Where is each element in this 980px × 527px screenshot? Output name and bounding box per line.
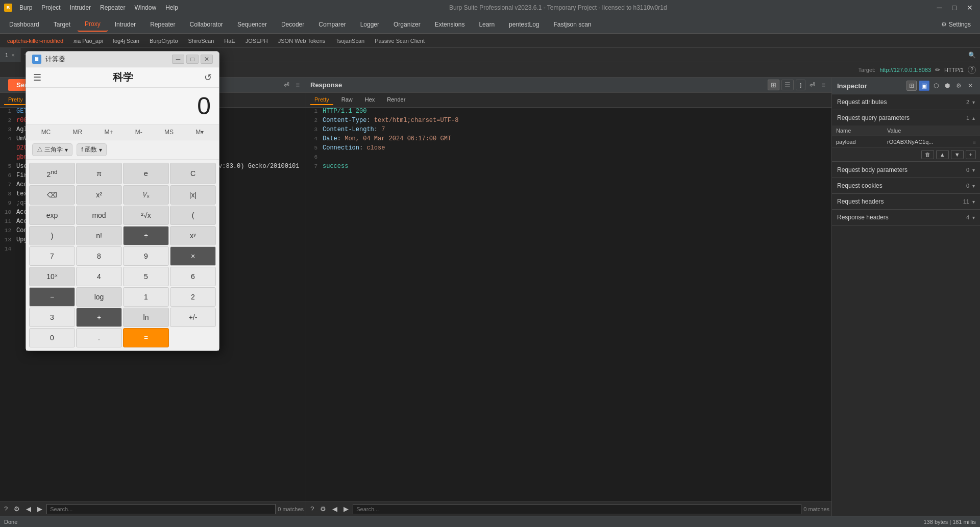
nav-sequencer[interactable]: Sequencer [230,18,274,31]
inspector-section-cookies-header[interactable]: Request cookies 0 ▾ [832,178,980,193]
inspector-section-request-headers-header[interactable]: Request headers 11 ▾ [832,194,980,209]
response-tab-render[interactable]: Render [383,95,409,105]
param-add-btn[interactable]: + [966,150,976,159]
menu-window[interactable]: Window [130,2,160,13]
inspector-close-btn[interactable]: ✕ [966,81,975,91]
calc-plusminus-btn[interactable]: +/- [170,308,216,327]
param-delete-btn[interactable]: 🗑 [921,150,934,159]
ext-xia[interactable]: xia Pao_api [68,36,108,46]
request-settings-btn[interactable]: ⚙ [12,504,22,514]
response-tab-raw[interactable]: Raw [337,95,357,105]
calc-2nd-btn[interactable]: 2nd [29,163,75,184]
response-tab-hex[interactable]: Hex [361,95,379,105]
menu-intruder[interactable]: Intruder [66,2,95,13]
calc-e-btn[interactable]: e [123,163,169,184]
calc-menu-icon[interactable]: ☰ [33,72,41,83]
nav-proxy[interactable]: Proxy [78,17,108,32]
nav-target[interactable]: Target [46,18,78,31]
ext-joseph[interactable]: JOSEPH [240,36,273,46]
calc-c-btn[interactable]: C [170,163,216,184]
response-settings-btn[interactable]: ⚙ [318,504,328,514]
nav-learn[interactable]: Learn [472,18,502,31]
calc-history-icon[interactable]: ↺ [204,72,212,83]
nav-decoder[interactable]: Decoder [274,18,311,31]
response-prettify-btn[interactable]: ≡ [819,80,827,90]
inspector-align-btn2[interactable]: ⬢ [943,81,952,91]
calc-mod-btn[interactable]: mod [76,206,122,225]
nav-comparer[interactable]: Comparer [311,18,353,31]
calc-maximize-btn[interactable]: □ [186,55,199,64]
inspector-section-body-params-header[interactable]: Request body parameters 0 ▾ [832,162,980,178]
nav-organizer[interactable]: Organizer [386,18,428,31]
target-help-icon[interactable]: ? [968,66,976,74]
ext-hae[interactable]: HaE [219,36,240,46]
ext-captcha[interactable]: captcha-killer-modified [2,36,68,46]
calc-divide-btn[interactable]: ÷ [123,226,169,245]
ext-passive[interactable]: Passive Scan Client [370,36,430,46]
calc-equals-btn[interactable]: = [123,328,169,347]
calc-trig-mode[interactable]: △ 三角学 ▾ [32,143,72,156]
param-row-action[interactable]: ≡ [969,136,980,148]
calc-log-btn[interactable]: log [76,287,122,307]
response-view-v[interactable]: ⫿ [796,80,805,90]
calc-mr-btn[interactable]: MR [69,127,87,138]
calc-dot-btn[interactable]: . [76,328,122,347]
calc-abs-btn[interactable]: |x| [170,185,216,205]
nav-collaborator[interactable]: Collaborator [183,18,230,31]
calc-func-mode[interactable]: f 函数 ▾ [77,143,107,156]
inspector-section-response-headers-header[interactable]: Response headers 4 ▾ [832,210,980,225]
ext-shiroscan[interactable]: ShiroScan [183,36,219,46]
calc-1x-btn[interactable]: ¹⁄ₓ [123,185,169,205]
inspector-section-query-params-header[interactable]: Request query parameters 1 ▴ [832,110,980,126]
calc-xsq-btn[interactable]: x² [76,185,122,205]
request-wordwrap-btn[interactable]: ⏎ [282,80,291,90]
param-move-down-btn[interactable]: ▼ [951,150,964,159]
calc-ms-btn[interactable]: MS [160,127,178,138]
menu-help[interactable]: Help [161,2,182,13]
nav-pentestlog[interactable]: pentestLog [502,18,546,31]
tab-search-icon[interactable]: 🔍 [964,49,980,61]
calc-sqrt-btn[interactable]: ²√x [123,206,169,225]
menu-project[interactable]: Project [37,2,64,13]
calc-9-btn[interactable]: 9 [123,246,169,266]
calc-exp-btn[interactable]: exp [29,206,75,225]
response-wordwrap-btn[interactable]: ⏎ [807,80,817,90]
calc-2-btn[interactable]: 2 [170,287,216,307]
calc-xy-btn[interactable]: xʸ [170,226,216,245]
response-prev-btn[interactable]: ◀ [330,504,339,514]
ext-tsojan[interactable]: TsojanScan [330,36,370,46]
calc-rparen-btn[interactable]: ) [29,226,75,245]
inspector-settings-btn[interactable]: ⚙ [954,81,964,91]
inspector-align-btn1[interactable]: ⬡ [932,81,941,91]
tab-1[interactable]: 1 × [0,48,20,62]
maximize-button[interactable]: □ [949,4,960,12]
inspector-view-btn2[interactable]: ▣ [919,81,929,91]
close-button[interactable]: ✕ [964,4,976,12]
menu-repeater[interactable]: Repeater [96,2,129,13]
calc-add-btn[interactable]: + [76,308,122,327]
calc-3-btn[interactable]: 3 [29,308,75,327]
request-help-btn[interactable]: ? [2,504,10,514]
request-tab-pretty[interactable]: Pretty [4,95,27,105]
calc-7-btn[interactable]: 7 [29,246,75,266]
nav-dashboard[interactable]: Dashboard [2,18,46,31]
target-edit-icon[interactable]: ✏ [935,66,940,73]
calc-mc-btn[interactable]: MC [37,127,55,138]
calc-5-btn[interactable]: 5 [123,267,169,286]
ext-burpcrypto[interactable]: BurpCrypto [144,36,183,46]
menu-burp[interactable]: Burp [15,2,36,13]
calc-subtract-btn[interactable]: − [29,287,75,307]
calc-backspace-btn[interactable]: ⌫ [29,185,75,205]
nav-settings[interactable]: ⚙ Settings [934,18,978,31]
calc-mlist-btn[interactable]: M▾ [191,127,208,138]
calc-pi-btn[interactable]: π [76,163,122,184]
calc-minimize-btn[interactable]: ─ [172,55,184,64]
nav-logger[interactable]: Logger [353,18,386,31]
nav-intruder[interactable]: Intruder [108,18,143,31]
calc-mplus-btn[interactable]: M+ [101,127,117,138]
calc-4-btn[interactable]: 4 [76,267,122,286]
request-prev-btn[interactable]: ◀ [24,504,33,514]
response-tab-pretty[interactable]: Pretty [310,95,333,105]
calc-multiply-btn[interactable]: × [170,246,216,266]
ext-log4j[interactable]: log4j Scan [108,36,144,46]
